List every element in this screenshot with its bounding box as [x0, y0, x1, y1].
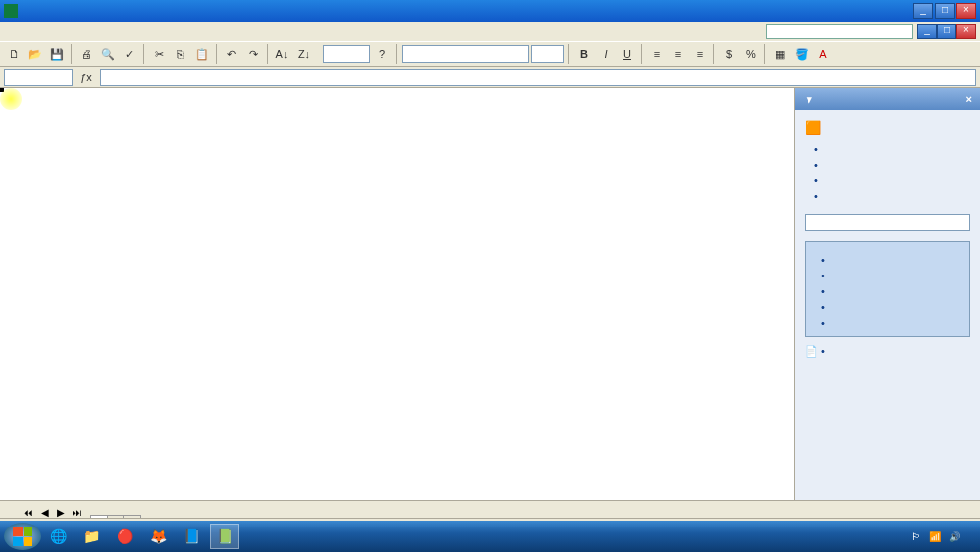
sort-asc-icon[interactable]: A↓ — [272, 44, 292, 64]
taskpane-search-input[interactable] — [805, 214, 970, 231]
open-item-4[interactable] — [821, 317, 963, 328]
open-item-2[interactable] — [821, 285, 963, 297]
doc-restore-button[interactable]: □ — [937, 24, 956, 39]
font-name-combo[interactable] — [402, 45, 529, 63]
doc-close-button[interactable]: × — [956, 24, 976, 39]
tab-nav-next-icon[interactable]: ▶ — [53, 507, 69, 518]
print-icon[interactable]: 🖨 — [76, 44, 96, 64]
open-item-1[interactable] — [821, 270, 963, 281]
taskbar-chrome-icon[interactable]: 🔴 — [110, 524, 139, 549]
taskbar-app-icon[interactable]: 📘 — [176, 524, 206, 549]
copy-icon[interactable]: ⎘ — [171, 44, 190, 64]
tp-link-connect[interactable] — [814, 143, 970, 155]
cut-icon[interactable]: ✂ — [149, 44, 169, 64]
cell-selection — [0, 88, 4, 92]
help-search-input[interactable] — [766, 24, 913, 39]
maximize-button[interactable]: □ — [935, 3, 955, 19]
tp-link-news[interactable] — [814, 159, 970, 171]
doc-minimize-button[interactable]: _ — [917, 24, 937, 39]
tray-flag-icon[interactable]: 🏳 — [911, 531, 921, 542]
open-icon[interactable]: 📂 — [25, 44, 45, 64]
tab-nav-last-icon[interactable]: ⏭ — [69, 507, 90, 518]
tab-sheet1[interactable] — [90, 515, 108, 518]
taskbar-ie-icon[interactable]: 🌐 — [43, 524, 73, 549]
underline-icon[interactable]: U — [617, 44, 637, 64]
percent-icon[interactable]: % — [741, 44, 760, 64]
open-item-3[interactable] — [821, 301, 963, 313]
save-icon[interactable]: 💾 — [47, 44, 67, 64]
sheet-tabs: ⏮ ◀ ▶ ⏭ — [0, 500, 980, 518]
font-color-icon[interactable]: A — [813, 44, 833, 64]
tray-sound-icon[interactable]: 🔊 — [949, 531, 960, 542]
fill-color-icon[interactable]: 🪣 — [792, 44, 811, 64]
start-button[interactable] — [4, 523, 41, 550]
tab-sheet2[interactable] — [107, 515, 124, 518]
taskbar-excel-icon[interactable]: 📗 — [210, 524, 239, 549]
tp-link-update[interactable] — [814, 175, 970, 186]
undo-icon[interactable]: ↶ — [221, 44, 241, 64]
taskpane-dropdown-icon[interactable]: ▾ — [807, 93, 812, 106]
align-center-icon[interactable]: ≡ — [668, 44, 688, 64]
help-icon[interactable]: ? — [372, 44, 392, 64]
zoom-combo[interactable] — [323, 45, 370, 63]
bold-icon[interactable]: B — [574, 44, 594, 64]
create-workbook-link[interactable] — [821, 345, 825, 357]
new-icon[interactable]: 🗋 — [4, 44, 24, 64]
italic-icon[interactable]: I — [596, 44, 615, 64]
tray-network-icon[interactable]: 📶 — [929, 531, 941, 542]
formula-bar: ƒx — [0, 67, 980, 88]
align-left-icon[interactable]: ≡ — [647, 44, 666, 64]
excel-icon — [4, 4, 18, 18]
tab-sheet3[interactable] — [123, 515, 141, 518]
fx-icon[interactable]: ƒx — [76, 68, 96, 87]
minimize-button[interactable]: _ — [913, 3, 933, 19]
font-size-combo[interactable] — [531, 45, 564, 63]
sort-desc-icon[interactable]: Z↓ — [294, 44, 314, 64]
preview-icon[interactable]: 🔍 — [98, 44, 118, 64]
formula-input[interactable] — [100, 69, 976, 86]
currency-icon[interactable]: $ — [719, 44, 739, 64]
redo-icon[interactable]: ↷ — [243, 44, 263, 64]
spell-icon[interactable]: ✓ — [120, 44, 139, 64]
borders-icon[interactable]: ▦ — [770, 44, 790, 64]
tab-nav-first-icon[interactable]: ⏮ — [20, 507, 37, 518]
menu-bar: _ □ × — [0, 22, 980, 41]
open-item-0[interactable] — [821, 254, 963, 266]
tab-nav-prev-icon[interactable]: ◀ — [37, 507, 53, 518]
tp-link-more[interactable] — [814, 190, 970, 202]
title-bar: _ □ × — [0, 0, 980, 22]
standard-toolbar: 🗋 📂 💾 🖨 🔍 ✓ ✂ ⎘ 📋 ↶ ↷ A↓ Z↓ ? B I U ≡ ≡ … — [0, 41, 980, 67]
taskbar-explorer-icon[interactable]: 📁 — [76, 524, 106, 549]
windows-taskbar: 🌐 📁 🔴 🦊 📘 📗 🏳 📶 🔊 — [0, 521, 980, 552]
taskpane-close-icon[interactable]: × — [966, 93, 972, 105]
task-pane: ▾ × 🟧 📄 — [794, 88, 980, 500]
worksheet[interactable] — [0, 88, 794, 500]
paste-icon[interactable]: 📋 — [192, 44, 212, 64]
cursor-highlight — [0, 88, 22, 110]
taskbar-firefox-icon[interactable]: 🦊 — [143, 524, 172, 549]
align-right-icon[interactable]: ≡ — [690, 44, 710, 64]
close-button[interactable]: × — [956, 3, 976, 19]
name-box[interactable] — [4, 69, 73, 86]
